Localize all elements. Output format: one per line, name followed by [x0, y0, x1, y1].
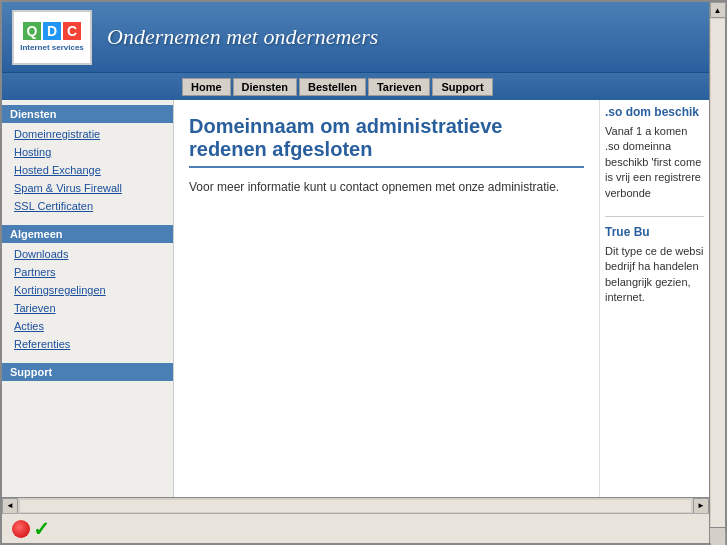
horizontal-scrollbar[interactable]: ◄ ►: [2, 497, 709, 513]
nav-tarieven[interactable]: Tarieven: [368, 78, 430, 96]
scroll-up-arrow[interactable]: ▲: [710, 2, 726, 18]
vertical-scrollbar[interactable]: ▲ ▼: [709, 2, 725, 545]
checkmark-icon: ✓: [33, 517, 50, 541]
logo-d: D: [43, 22, 61, 40]
nav-support[interactable]: Support: [432, 78, 492, 96]
sidebar-item-kortingsregelingen[interactable]: Kortingsregelingen: [2, 281, 173, 299]
h-scroll-track[interactable]: [20, 500, 691, 512]
logo-subtitle: Internet services: [20, 43, 84, 52]
tagline: Ondernemen met ondernemers: [107, 24, 378, 50]
scroll-right-arrow[interactable]: ►: [693, 498, 709, 514]
nav-bestellen[interactable]: Bestellen: [299, 78, 366, 96]
page-title: Domeinnaam om administratieve redenen af…: [189, 115, 584, 168]
right-panel-item-2: True Bu Dit type ce de websi bedrijf ha …: [605, 225, 704, 306]
page-body: Voor meer informatie kunt u contact opne…: [189, 178, 584, 196]
right-panel-item-1: .so dom beschik Vanaf 1 a komen .so dome…: [605, 105, 704, 201]
sidebar: Diensten Domeinregistratie Hosting Hoste…: [2, 100, 174, 497]
logo-letters: Q D C: [23, 22, 81, 40]
main-content: Domeinnaam om administratieve redenen af…: [174, 100, 599, 497]
sidebar-item-domeinregistratie[interactable]: Domeinregistratie: [2, 125, 173, 143]
sidebar-item-acties[interactable]: Acties: [2, 317, 173, 335]
content-area: Diensten Domeinregistratie Hosting Hoste…: [2, 100, 709, 497]
right-panel-text-1: Vanaf 1 a komen .so domeinna beschikb 'f…: [605, 124, 704, 201]
scroll-left-arrow[interactable]: ◄: [2, 498, 18, 514]
sidebar-item-referenties[interactable]: Referenties: [2, 335, 173, 353]
bottom-logo: ✓: [12, 517, 50, 541]
right-panel-divider: [605, 216, 704, 217]
sidebar-item-spam-firewall[interactable]: Spam & Virus Firewall: [2, 179, 173, 197]
sidebar-item-ssl[interactable]: SSL Certificaten: [2, 197, 173, 215]
nav-diensten[interactable]: Diensten: [233, 78, 297, 96]
sidebar-item-hosting[interactable]: Hosting: [2, 143, 173, 161]
sidebar-gap-2: [2, 353, 173, 363]
header: Q D C Internet services Ondernemen met o…: [2, 2, 709, 72]
logo: Q D C Internet services: [12, 10, 92, 65]
scroll-track[interactable]: [711, 19, 725, 530]
sidebar-item-downloads[interactable]: Downloads: [2, 245, 173, 263]
resize-corner[interactable]: [709, 527, 725, 543]
right-panel: .so dom beschik Vanaf 1 a komen .so dome…: [599, 100, 709, 497]
nav-bar: Home Diensten Bestellen Tarieven Support: [2, 72, 709, 100]
sidebar-item-hosted-exchange[interactable]: Hosted Exchange: [2, 161, 173, 179]
nav-home[interactable]: Home: [182, 78, 231, 96]
circle-icon: [12, 520, 30, 538]
right-panel-title-1: .so dom beschik: [605, 105, 704, 119]
sidebar-section-support: Support: [2, 363, 173, 381]
bottom-status: ✓: [2, 513, 709, 543]
logo-q: Q: [23, 22, 41, 40]
sidebar-section-diensten: Diensten: [2, 105, 173, 123]
right-panel-text-2: Dit type ce de websi bedrijf ha handelen…: [605, 244, 704, 306]
logo-c: C: [63, 22, 81, 40]
sidebar-gap-1: [2, 215, 173, 225]
sidebar-item-tarieven[interactable]: Tarieven: [2, 299, 173, 317]
sidebar-item-partners[interactable]: Partners: [2, 263, 173, 281]
sidebar-section-algemeen: Algemeen: [2, 225, 173, 243]
right-panel-title-2: True Bu: [605, 225, 704, 239]
